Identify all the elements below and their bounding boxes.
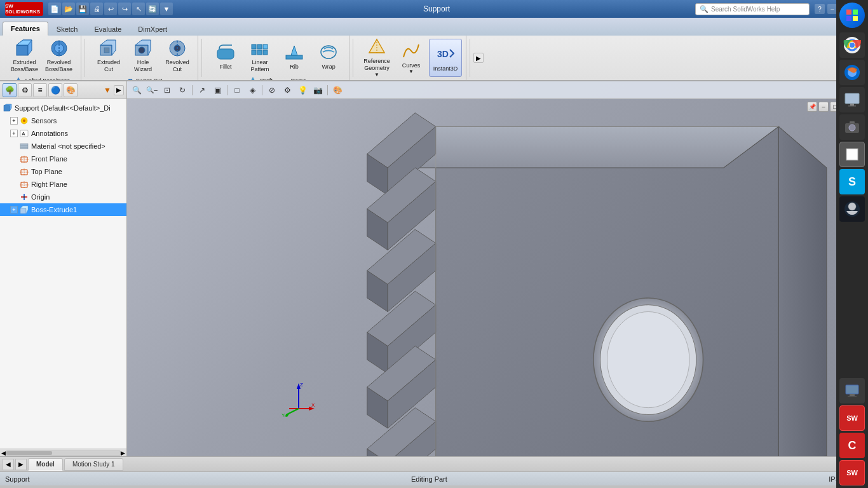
svg-rect-115 [846, 149, 858, 160]
property-manager-btn[interactable]: ⚙ [18, 83, 32, 97]
tab-motion-study[interactable]: Motion Study 1 [64, 458, 123, 471]
tree-item-boss-extrude1[interactable]: + Boss-Extrude1 [0, 203, 126, 216]
tab-evaluate[interactable]: Evaluate [86, 22, 130, 36]
undo-btn[interactable]: ↩ [104, 3, 117, 15]
skype-btn[interactable]: S [839, 169, 865, 194]
lofted-boss-base-button[interactable]: Lofted Boss/Base [11, 75, 73, 80]
svg-marker-27 [291, 46, 297, 55]
qaccess-more[interactable]: ▼ [160, 3, 173, 15]
open-btn[interactable]: 📂 [62, 3, 75, 15]
tree-item-root[interactable]: Support (Default<<Default>_Di [0, 102, 126, 114]
ref-geom-dropdown[interactable]: ▼ [374, 72, 379, 78]
reference-geometry-button[interactable]: ReferenceGeometry ▼ [360, 39, 393, 77]
help-btn[interactable]: ? [815, 4, 825, 14]
cut-small-row1: Swept Cut [121, 75, 165, 80]
revolved-boss-base-button[interactable]: RevolvedBoss/Base [43, 37, 76, 75]
tree-item-right-plane[interactable]: Right Plane [0, 178, 126, 191]
swept-cut-button[interactable]: Swept Cut [121, 75, 165, 80]
wrap-button[interactable]: Wrap [312, 37, 345, 75]
c-btn[interactable]: C [839, 433, 865, 458]
camera-btn[interactable] [839, 114, 865, 140]
sw-taskbar-btn1[interactable]: SW [839, 405, 865, 431]
save-btn[interactable]: 💾 [76, 3, 89, 15]
3d-viewport[interactable]: 🔍 🔍– ⊡ ↻ ↗ ▣ □ ◈ ⊘ ⚙ 💡 📷 🎨 📌 – □ ✕ [127, 81, 854, 456]
screen-btn[interactable] [839, 87, 865, 112]
tab-prev-btn[interactable]: ◀ [3, 459, 14, 470]
scroll-thumb[interactable] [6, 451, 52, 455]
display-btn[interactable] [839, 378, 865, 403]
whitebox-btn[interactable] [839, 142, 865, 167]
sensors-expand[interactable]: + [10, 117, 18, 125]
section-view-btn[interactable]: ⊘ [265, 83, 279, 97]
rib-button[interactable]: Rib [278, 37, 311, 75]
scroll-right-btn[interactable]: ▶ [121, 450, 125, 456]
tab-dimxpert[interactable]: DimXpert [130, 22, 175, 36]
tree-item-material[interactable]: Material <not specified> [0, 140, 126, 152]
cameras-btn[interactable]: 📷 [311, 83, 325, 97]
fillet-button[interactable]: Fillet [209, 37, 242, 75]
feature-tree-btn[interactable]: 🌳 [3, 83, 17, 97]
zoom-fit-btn[interactable]: ⊡ [160, 83, 174, 97]
tab-features[interactable]: Features [3, 22, 48, 36]
panel-more-btn[interactable]: ▶ [114, 85, 124, 95]
sep2 [201, 39, 202, 77]
extruded-boss-base-button[interactable]: ExtrudedBoss/Base [8, 37, 41, 75]
tree-item-top-plane[interactable]: Top Plane [0, 165, 126, 178]
tab-next-btn[interactable]: ▶ [15, 459, 27, 470]
dome-button[interactable]: Dome [276, 75, 309, 80]
panel-scrollbar[interactable]: ◀ ▶ [0, 449, 126, 456]
boss-extrude1-icon [19, 205, 29, 215]
windows-start-btn[interactable] [839, 3, 865, 28]
search-box[interactable]: 🔍 Search SolidWorks Help [695, 3, 810, 15]
display-manager-btn[interactable]: 🎨 [64, 83, 78, 97]
tree-item-sensors[interactable]: + Sensors [0, 114, 126, 127]
boss-extrude1-label: Boss-Extrude1 [31, 206, 77, 214]
print-btn[interactable]: 🖨 [90, 3, 103, 15]
config-manager-btn[interactable]: ≡ [33, 83, 47, 97]
vp-sep4 [327, 85, 328, 95]
zoom-in-btn[interactable]: 🔍 [130, 83, 144, 97]
part-icon [3, 103, 13, 113]
lighting-btn[interactable]: 💡 [295, 83, 309, 97]
search-icon: 🔍 [700, 5, 709, 13]
extruded-cut-button[interactable]: ExtrudedCut [92, 37, 125, 75]
zoom-out-btn[interactable]: 🔍– [145, 83, 159, 97]
hide-show-btn[interactable]: ◈ [245, 83, 259, 97]
view-settings-btn[interactable]: ⚙ [280, 83, 294, 97]
tree-item-origin[interactable]: Origin [0, 191, 126, 203]
rotate-btn[interactable]: ↻ [175, 83, 189, 97]
rebuild-btn[interactable]: 🔄 [146, 3, 159, 15]
sw-taskbar-btn2[interactable]: SW [839, 460, 865, 485]
revolved-cut-button[interactable]: RevolvedCut [161, 37, 194, 75]
tab-model[interactable]: Model [28, 458, 63, 471]
chrome-btn[interactable] [839, 32, 865, 58]
draft-button[interactable]: Draft [245, 75, 275, 80]
boss-extrude1-expand[interactable]: + [10, 206, 18, 214]
tree-item-front-plane[interactable]: Front Plane [0, 152, 126, 165]
scroll-left-btn[interactable]: ◀ [1, 450, 6, 456]
view-orientation-btn[interactable]: ▣ [210, 83, 224, 97]
firefox-btn[interactable] [839, 60, 865, 85]
annotations-expand[interactable]: + [10, 130, 18, 137]
tab-sketch[interactable]: Sketch [48, 22, 86, 36]
filter-icon: ▼ [102, 85, 112, 95]
draft-icon [248, 76, 258, 80]
normal-to-btn[interactable]: ↗ [195, 83, 209, 97]
realview-btn[interactable]: 🎨 [330, 83, 344, 97]
linear-pattern-button[interactable]: LinearPattern [243, 37, 276, 75]
hole-wizard-button[interactable]: HoleWizard [126, 37, 159, 75]
curves-dropdown[interactable]: ▼ [409, 69, 414, 75]
new-btn[interactable]: 📄 [48, 3, 61, 15]
instant3d-icon: 3D [435, 44, 456, 64]
ribbon-more-button[interactable]: ▶ [473, 53, 484, 63]
scroll-track[interactable] [6, 451, 121, 456]
display-style-btn[interactable]: □ [230, 83, 244, 97]
tree-item-annotations[interactable]: + A Annotations [0, 127, 126, 140]
dim-expert-btn[interactable]: 🔵 [48, 83, 62, 97]
curves-button[interactable]: Curves ▼ [395, 39, 428, 77]
steam-btn[interactable] [839, 196, 865, 222]
logo-text: SW SOLIDWORKS [5, 3, 43, 15]
redo-btn[interactable]: ↪ [118, 3, 131, 15]
instant3d-button[interactable]: 3D Instant3D [429, 39, 462, 77]
select-btn[interactable]: ↖ [132, 3, 145, 15]
